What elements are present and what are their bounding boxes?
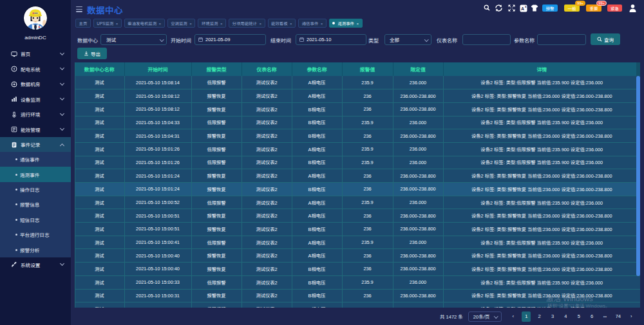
svg-text:A: A [521, 6, 524, 10]
